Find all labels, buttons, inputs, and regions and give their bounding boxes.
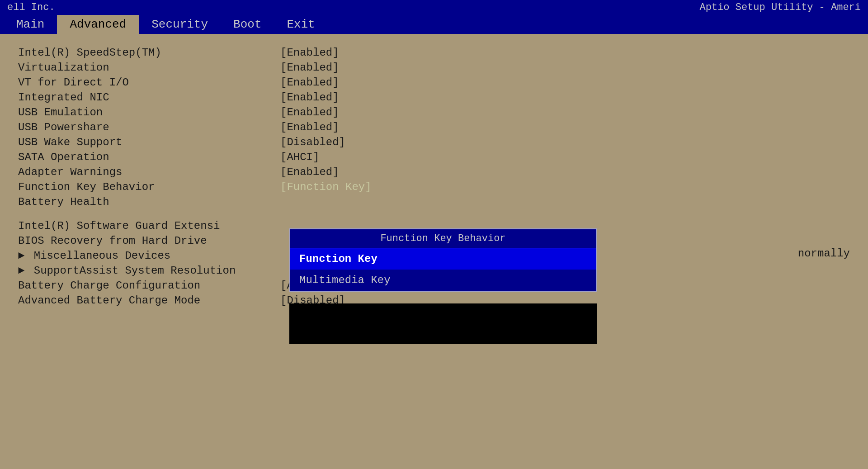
label-supportassist: ► SupportAssist System Resolution [18,265,280,277]
label-usb-emulation: USB Emulation [18,106,280,118]
label-misc-devices: ► Miscellaneous Devices [18,250,280,262]
label-advanced-battery: Advanced Battery Charge Mode [18,294,280,307]
value-integrated-nic: [Enabled] [280,91,339,104]
label-bios-recovery: BIOS Recovery from Hard Drive [18,235,280,247]
bios-row-speedstep: Intel(R) SpeedStep(TM) [Enabled] [18,47,850,59]
bios-row-adapter: Adapter Warnings [Enabled] [18,166,850,178]
label-usb-wake: USB Wake Support [18,136,280,148]
bios-row-virtualization: Virtualization [Enabled] [18,62,850,74]
value-usb-wake: [Disabled] [280,136,345,148]
main-content: Intel(R) SpeedStep(TM) [Enabled] Virtual… [0,34,868,469]
bios-row-battery-health: Battery Health [18,196,850,208]
value-function-key: [Function Key] [280,181,372,193]
label-virtualization: Virtualization [18,62,280,74]
tab-advanced[interactable]: Advanced [57,15,139,34]
value-virtualization: [Enabled] [280,62,339,74]
label-speedstep: Intel(R) SpeedStep(TM) [18,47,280,59]
arrow-supportassist: ► [18,265,31,277]
dropdown-item-multimedia-key[interactable]: Multimedia Key [290,270,596,291]
arrow-misc: ► [18,250,31,262]
label-function-key: Function Key Behavior [18,181,280,193]
tab-main[interactable]: Main [4,15,57,34]
dropdown-popup: Function Key Behavior Function Key Multi… [289,228,597,292]
label-sgx: Intel(R) Software Guard Extensi [18,220,280,232]
bios-screen: ell Inc. Aptio Setup Utility - Ameri Mai… [0,0,868,469]
title-row: ell Inc. Aptio Setup Utility - Ameri [0,0,868,15]
bios-row-usb-powershare: USB Powershare [Enabled] [18,121,850,133]
header-bar: ell Inc. Aptio Setup Utility - Ameri Mai… [0,0,868,34]
label-battery-health: Battery Health [18,196,280,208]
tab-boot[interactable]: Boot [221,15,274,34]
dropdown-item-function-key[interactable]: Function Key [290,248,596,270]
bios-row-vt-direct: VT for Direct I/O [Enabled] [18,76,850,89]
bios-row-function-key[interactable]: Function Key Behavior [Function Key] [18,181,850,193]
value-vt-direct: [Enabled] [280,76,339,89]
label-adapter: Adapter Warnings [18,166,280,178]
label-battery-charge: Battery Charge Configuration [18,280,280,292]
label-vt-direct: VT for Direct I/O [18,76,280,89]
company-name: ell Inc. [7,2,55,13]
label-integrated-nic: Integrated NIC [18,91,280,104]
label-sata: SATA Operation [18,151,280,163]
bios-row-integrated-nic: Integrated NIC [Enabled] [18,91,850,104]
utility-name: Aptio Setup Utility - Ameri [700,2,861,13]
value-usb-powershare: [Enabled] [280,121,339,133]
tab-security[interactable]: Security [139,15,221,34]
bios-row-usb-wake: USB Wake Support [Disabled] [18,136,850,148]
value-sata: [AHCI] [280,151,319,163]
nav-tabs: Main Advanced Security Boot Exit [0,15,868,34]
value-usb-emulation: [Enabled] [280,106,339,118]
dropdown-title: Function Key Behavior [290,229,596,248]
dropdown-below-area [289,303,597,344]
bios-row-usb-emulation: USB Emulation [Enabled] [18,106,850,118]
value-adapter: [Enabled] [280,166,339,178]
value-speedstep: [Enabled] [280,47,339,59]
side-note: normally [798,247,850,260]
tab-exit[interactable]: Exit [274,15,328,34]
label-usb-powershare: USB Powershare [18,121,280,133]
bios-row-sata: SATA Operation [AHCI] [18,151,850,163]
